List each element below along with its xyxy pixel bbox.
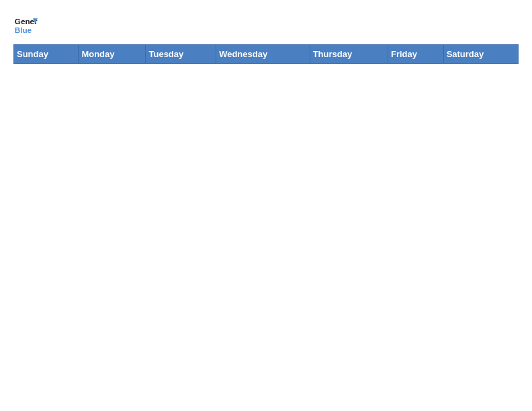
day-of-week-header: Tuesday <box>146 45 216 64</box>
day-of-week-header: Wednesday <box>216 45 310 64</box>
calendar-header-row: SundayMondayTuesdayWednesdayThursdayFrid… <box>14 45 519 64</box>
logo-icon: General Blue <box>13 13 38 38</box>
day-of-week-header: Sunday <box>14 45 79 64</box>
day-of-week-header: Thursday <box>310 45 388 64</box>
day-of-week-header: Saturday <box>443 45 518 64</box>
logo: General Blue <box>13 13 38 38</box>
calendar-table: SundayMondayTuesdayWednesdayThursdayFrid… <box>13 44 519 64</box>
day-of-week-header: Friday <box>388 45 443 64</box>
svg-text:Blue: Blue <box>15 26 32 34</box>
svg-text:General: General <box>15 17 38 26</box>
page-header: General Blue <box>13 13 519 38</box>
day-of-week-header: Monday <box>79 45 146 64</box>
